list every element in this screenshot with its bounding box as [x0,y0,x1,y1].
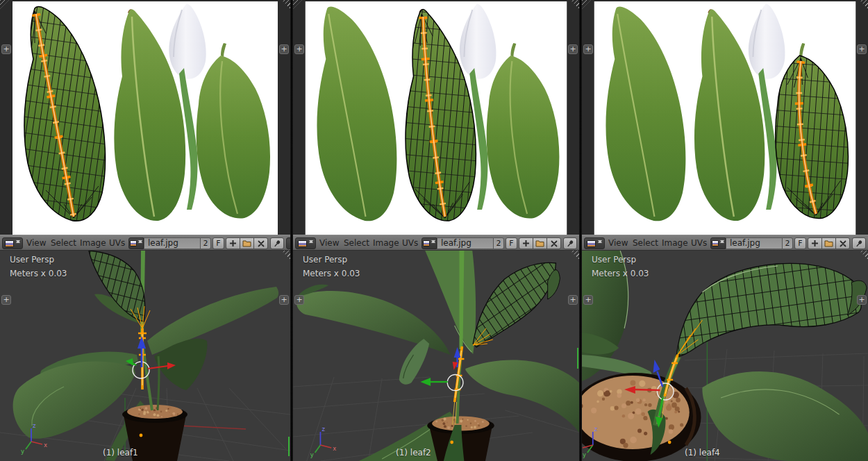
plus-icon[interactable] [1,44,11,54]
open-image-button[interactable] [821,237,836,249]
plus-icon[interactable] [279,295,289,305]
uv-image-editor[interactable] [582,0,868,235]
unlink-image-button[interactable] [253,237,268,249]
pin-icon [273,240,281,248]
open-image-button[interactable] [240,237,254,249]
uv-image-editor[interactable] [0,0,290,235]
svg-text:x: x [333,445,336,452]
plus-icon[interactable] [583,44,593,54]
image-editor-header: View Select Image UVs leaf.jpg 2 F [582,235,868,251]
new-image-button[interactable] [519,237,533,249]
plus-icon[interactable] [568,295,578,305]
image-thumbnail-icon [712,240,719,246]
image-editor-icon [298,240,307,247]
svg-text:y: y [310,451,314,458]
menu-uvs[interactable]: UVs [691,237,707,249]
plus-icon[interactable] [857,295,867,305]
menu-image[interactable]: Image [80,237,106,249]
plus-icon[interactable] [568,44,578,54]
close-icon [258,240,265,247]
plus-icon[interactable] [1,295,11,305]
viewport-3d[interactable]: z y x User Persp Meters x 0.03 (1) leaf2 [293,251,579,461]
viewport-3d[interactable]: z y x User Persp Meters x 0.03 (1) leaf4 [582,251,868,461]
browse-image-button[interactable] [422,237,437,249]
viewport-canvas[interactable]: z y x [0,251,290,461]
menu-view[interactable]: View [26,237,46,249]
svg-text:y: y [21,448,24,455]
fake-user-button[interactable]: F [794,237,806,249]
menu-view[interactable]: View [608,237,628,249]
plus-icon[interactable] [279,44,289,54]
editor-type-selector[interactable] [2,237,23,249]
unlink-image-button[interactable] [835,237,850,249]
image-users-count[interactable]: 2 [200,237,211,249]
image-users-count[interactable]: 2 [493,237,504,249]
image-editor-header: View Select Image UVs leaf.jpg 2 F [293,235,579,251]
new-image-button[interactable] [226,237,240,249]
svg-text:z: z [322,426,325,433]
editor-type-selector[interactable] [584,237,605,249]
plus-icon [522,240,530,247]
image-thumbnail-icon [423,240,430,246]
plus-icon[interactable] [857,44,867,54]
pin-image-button[interactable] [270,237,284,249]
close-icon [840,240,846,247]
new-image-button[interactable] [808,237,822,249]
folder-icon [824,240,833,247]
image-thumbnail-icon [130,240,137,246]
image-editor-header: View Select Image UVs leaf.jpg 2 F [0,235,290,251]
blender-window: View Select Image UVs leaf.jpg 2 F [0,0,868,461]
uv-canvas[interactable] [293,0,579,235]
plus-icon[interactable] [583,295,593,305]
folder-icon [242,240,251,247]
viewport-canvas[interactable]: z y x [582,251,868,461]
image-name-field[interactable]: leaf.jpg [437,237,493,249]
plus-icon[interactable] [294,295,304,305]
pin-icon [855,240,863,248]
fake-user-button[interactable]: F [212,237,224,249]
clipped-header-button[interactable] [286,237,290,249]
image-name-field[interactable]: leaf.jpg [144,237,200,249]
workspace-column-3: View Select Image UVs leaf.jpg 2 F [582,0,868,461]
pin-image-button[interactable] [563,237,577,249]
open-image-button[interactable] [533,237,547,249]
viewport-3d[interactable]: z y x User Persp Meters x 0.03 (1) leaf1 [0,251,290,461]
menu-select[interactable]: Select [51,237,76,249]
editor-type-selector[interactable] [295,237,316,249]
image-editor-icon [587,240,596,247]
pin-image-button[interactable] [852,237,866,249]
workspace-column-2: View Select Image UVs leaf.jpg 2 F [293,0,579,461]
viewport-canvas[interactable]: z y x [293,251,579,461]
image-editor-icon [5,240,14,247]
menu-select[interactable]: Select [633,237,658,249]
uv-canvas[interactable] [0,0,290,235]
pin-icon [566,240,574,248]
uv-image-editor[interactable] [293,0,579,235]
menu-uvs[interactable]: UVs [109,237,125,249]
menu-image[interactable]: Image [373,237,399,249]
svg-text:x: x [44,442,47,449]
unlink-image-button[interactable] [546,237,561,249]
folder-icon [535,240,544,247]
browse-image-button[interactable] [710,237,726,249]
workspace-column-1: View Select Image UVs leaf.jpg 2 F [0,0,290,461]
menu-view[interactable]: View [319,237,339,249]
close-icon [551,240,558,247]
svg-text:y: y [583,451,586,458]
fake-user-button[interactable]: F [506,237,517,249]
svg-text:z: z [33,422,36,429]
menu-select[interactable]: Select [344,237,369,249]
plus-icon[interactable] [294,44,304,54]
plus-icon [229,240,237,247]
browse-image-button[interactable] [128,237,144,249]
svg-text:z: z [594,426,598,433]
menu-image[interactable]: Image [662,237,688,249]
image-name-field[interactable]: leaf.jpg [726,237,782,249]
menu-uvs[interactable]: UVs [402,237,418,249]
uv-canvas[interactable] [582,0,868,235]
plus-icon [811,240,819,247]
image-users-count[interactable]: 2 [782,237,793,249]
